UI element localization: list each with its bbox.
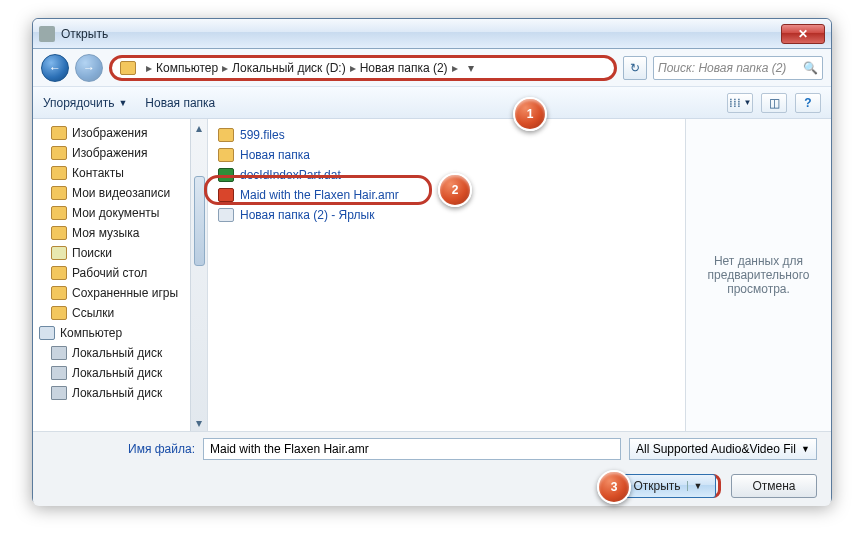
preview-pane-button[interactable]: ◫ <box>761 93 787 113</box>
tree-item-computer[interactable]: Компьютер <box>33 323 190 343</box>
folder-icon <box>51 306 67 320</box>
search-folder-icon <box>51 246 67 260</box>
cancel-button[interactable]: Отмена <box>731 474 817 498</box>
search-icon: 🔍 <box>803 61 818 75</box>
open-button[interactable]: Открыть ▼ <box>620 474 716 498</box>
folder-icon <box>120 61 136 75</box>
scroll-up-icon[interactable]: ▴ <box>191 119 207 136</box>
chevron-down-icon: ▼ <box>744 98 752 107</box>
tree-item[interactable]: Поиски <box>33 243 190 263</box>
nav-tree-container: Изображения Изображения Контакты Мои вид… <box>33 119 208 431</box>
breadcrumb-segment[interactable]: Новая папка (2) <box>360 61 448 75</box>
tree-item[interactable]: Локальный диск <box>33 383 190 403</box>
refresh-icon: ↻ <box>630 61 640 75</box>
file-item[interactable]: Новая папка <box>218 145 675 165</box>
tree-item[interactable]: Рабочий стол <box>33 263 190 283</box>
filename-input[interactable]: Maid with the Flaxen Hair.amr <box>203 438 621 460</box>
close-button[interactable]: ✕ <box>781 24 825 44</box>
tree-item[interactable]: Мои видеозаписи <box>33 183 190 203</box>
amr-file-icon <box>218 188 234 202</box>
annotation-badge-3: 3 <box>597 470 631 504</box>
file-list[interactable]: 599.files Новая папка docIdIndexPart.dat… <box>208 119 685 431</box>
filetype-combo[interactable]: All Supported Audio&Video Fil ▼ <box>629 438 817 460</box>
help-icon: ? <box>804 96 811 110</box>
folder-icon <box>51 186 67 200</box>
tree-item[interactable]: Сохраненные игры <box>33 283 190 303</box>
open-file-dialog: Открыть ✕ ← → ▸ Компьютер ▸ Локальный ди… <box>32 18 832 504</box>
folder-icon <box>51 166 67 180</box>
file-item[interactable]: Новая папка (2) - Ярлык <box>218 205 675 225</box>
annotation-badge-2: 2 <box>438 173 472 207</box>
refresh-button[interactable]: ↻ <box>623 56 647 80</box>
filename-label: Имя файла: <box>47 442 195 456</box>
app-icon <box>39 26 55 42</box>
chevron-down-icon: ▼ <box>687 481 703 491</box>
nav-row: ← → ▸ Компьютер ▸ Локальный диск (D:) ▸ … <box>33 49 831 87</box>
folder-icon <box>218 128 234 142</box>
organize-menu[interactable]: Упорядочить ▼ <box>43 96 127 110</box>
dat-file-icon <box>218 168 234 182</box>
tree-item[interactable]: Локальный диск <box>33 363 190 383</box>
preview-empty-text: Нет данных для предварительного просмотр… <box>696 254 821 296</box>
shortcut-icon <box>218 208 234 222</box>
tree-item[interactable]: Изображения <box>33 143 190 163</box>
breadcrumb-segment[interactable]: Компьютер <box>156 61 218 75</box>
tree-item[interactable]: Ссылки <box>33 303 190 323</box>
new-folder-button[interactable]: Новая папка <box>145 96 215 110</box>
preview-pane: Нет данных для предварительного просмотр… <box>685 119 831 431</box>
disk-icon <box>51 346 67 360</box>
chevron-down-icon: ▼ <box>801 444 810 454</box>
search-input[interactable]: Поиск: Новая папка (2) 🔍 <box>653 56 823 80</box>
window-title: Открыть <box>61 27 108 41</box>
disk-icon <box>51 386 67 400</box>
view-icon: ⁞⁞⁞ <box>729 96 741 110</box>
search-placeholder: Поиск: Новая папка (2) <box>658 61 786 75</box>
nav-tree[interactable]: Изображения Изображения Контакты Мои вид… <box>33 119 190 431</box>
folder-icon <box>218 148 234 162</box>
annotation-badge-1: 1 <box>513 97 547 131</box>
folder-icon <box>51 226 67 240</box>
tree-item[interactable]: Мои документы <box>33 203 190 223</box>
close-icon: ✕ <box>798 27 808 41</box>
folder-icon <box>51 126 67 140</box>
tree-item[interactable]: Изображения <box>33 123 190 143</box>
chevron-down-icon: ▼ <box>118 98 127 108</box>
tree-scrollbar[interactable]: ▴ ▾ <box>190 119 207 431</box>
chevron-right-icon: ▸ <box>350 61 356 75</box>
scroll-down-icon[interactable]: ▾ <box>191 414 207 431</box>
scroll-thumb[interactable] <box>194 176 205 266</box>
chevron-right-icon: ▸ <box>452 61 458 75</box>
breadcrumb-segment[interactable]: Локальный диск (D:) <box>232 61 346 75</box>
file-item[interactable]: 599.files <box>218 125 675 145</box>
button-row: Открыть ▼ Отмена 3 <box>33 466 831 506</box>
computer-icon <box>39 326 55 340</box>
main-area: Изображения Изображения Контакты Мои вид… <box>33 119 831 431</box>
titlebar: Открыть ✕ <box>33 19 831 49</box>
arrow-left-icon: ← <box>49 61 61 75</box>
back-button[interactable]: ← <box>41 54 69 82</box>
folder-icon <box>51 286 67 300</box>
folder-icon <box>51 206 67 220</box>
folder-icon <box>51 266 67 280</box>
chevron-right-icon: ▸ <box>146 61 152 75</box>
forward-button[interactable]: → <box>75 54 103 82</box>
chevron-right-icon: ▸ <box>222 61 228 75</box>
view-options-button[interactable]: ⁞⁞⁞ ▼ <box>727 93 753 113</box>
tree-item[interactable]: Контакты <box>33 163 190 183</box>
arrow-right-icon: → <box>83 61 95 75</box>
folder-icon <box>51 146 67 160</box>
filename-row: Имя файла: Maid with the Flaxen Hair.amr… <box>33 432 831 466</box>
breadcrumb-bar[interactable]: ▸ Компьютер ▸ Локальный диск (D:) ▸ Нова… <box>109 55 617 81</box>
breadcrumb-dropdown[interactable]: ▾ <box>468 61 474 75</box>
tree-item[interactable]: Моя музыка <box>33 223 190 243</box>
preview-pane-icon: ◫ <box>769 96 780 110</box>
toolbar: Упорядочить ▼ Новая папка ⁞⁞⁞ ▼ ◫ ? <box>33 87 831 119</box>
disk-icon <box>51 366 67 380</box>
tree-item[interactable]: Локальный диск <box>33 343 190 363</box>
help-button[interactable]: ? <box>795 93 821 113</box>
